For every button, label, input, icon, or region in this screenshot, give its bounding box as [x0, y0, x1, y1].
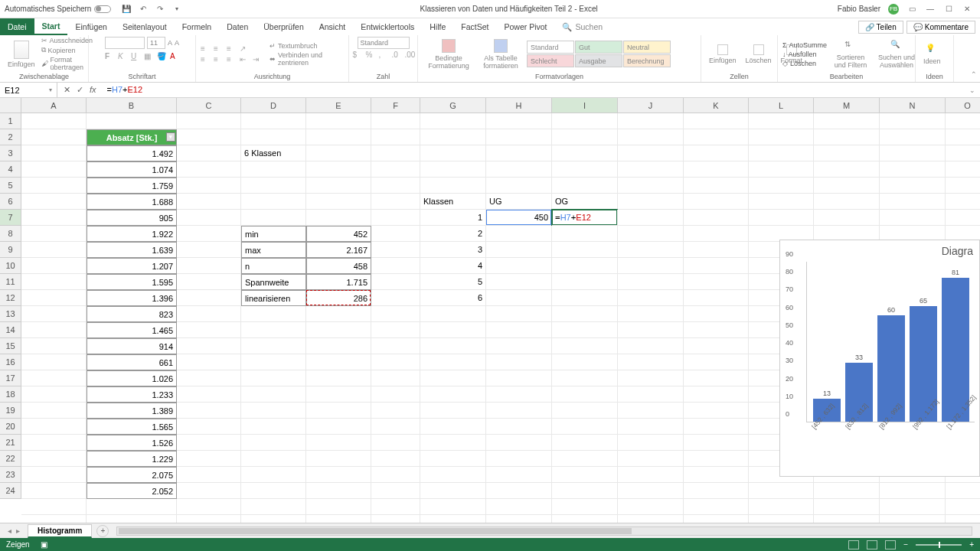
fill-color-icon[interactable]: 🪣 — [157, 52, 166, 61]
cell-D15[interactable] — [241, 338, 306, 354]
cell-C10[interactable] — [177, 258, 241, 274]
tab-hilfe[interactable]: Hilfe — [422, 18, 453, 35]
tab-ansicht[interactable]: Ansicht — [312, 18, 353, 35]
cell-K20[interactable] — [684, 419, 749, 435]
comma-icon[interactable]: , — [379, 51, 388, 60]
normal-view-icon[interactable] — [848, 540, 859, 549]
cell-L3[interactable] — [749, 145, 814, 161]
col-header-N[interactable]: N — [880, 98, 946, 113]
autosum-button[interactable]: ΣAutoSumme — [782, 41, 827, 49]
cell-B7[interactable]: 905 — [87, 210, 177, 226]
indent-inc-icon[interactable]: ⇥ — [253, 55, 262, 64]
row-header-9[interactable]: 9 — [0, 242, 21, 258]
cell-F25[interactable] — [371, 499, 420, 515]
cell-K9[interactable] — [684, 242, 749, 258]
collapse-ribbon-icon[interactable]: ⌃ — [971, 70, 977, 78]
cell-E2[interactable] — [306, 129, 371, 145]
cell-F9[interactable] — [371, 242, 420, 258]
cell-E20[interactable] — [306, 419, 371, 435]
style-gut[interactable]: Gut — [575, 41, 622, 54]
style-schlecht[interactable]: Schlecht — [527, 54, 574, 67]
tab-entwicklertools[interactable]: Entwicklertools — [353, 18, 422, 35]
cell-B22[interactable]: 1.229 — [87, 451, 177, 467]
cell-G9[interactable]: 3 — [420, 242, 486, 258]
qat-customize-icon[interactable]: ▾ — [172, 5, 181, 14]
cell-E1[interactable] — [306, 113, 371, 129]
cell-F19[interactable] — [371, 403, 420, 419]
cell-L4[interactable] — [749, 161, 814, 178]
cell-F24[interactable] — [371, 483, 420, 499]
cell-D18[interactable] — [241, 386, 306, 403]
horizontal-scrollbar[interactable] — [116, 527, 972, 536]
cell-A16[interactable] — [21, 354, 87, 370]
cell-O3[interactable] — [946, 145, 980, 161]
shrink-font-icon[interactable]: A — [175, 39, 179, 47]
cell-C21[interactable] — [177, 435, 241, 451]
cell-H15[interactable] — [486, 338, 552, 354]
cell-B17[interactable]: 1.026 — [87, 370, 177, 386]
row-header-8[interactable]: 8 — [0, 226, 21, 242]
cell-B11[interactable]: 1.595 — [87, 274, 177, 290]
cell-G18[interactable] — [420, 386, 486, 403]
formula-input[interactable]: =H7+E12 — [103, 85, 965, 95]
cell-G22[interactable] — [420, 451, 486, 467]
cell-H17[interactable] — [486, 370, 552, 386]
cell-styles-gallery[interactable]: Standard Gut Neutral Schlecht Ausgabe Be… — [527, 41, 671, 67]
cell-A7[interactable] — [21, 210, 87, 226]
currency-icon[interactable]: $ — [353, 51, 362, 60]
cell-K21[interactable] — [684, 435, 749, 451]
cell-I15[interactable] — [552, 338, 618, 354]
cell-E17[interactable] — [306, 370, 371, 386]
embedded-chart[interactable]: Diagra 01020304050607080901333606581 [45… — [779, 240, 980, 477]
cell-K7[interactable] — [684, 210, 749, 226]
cell-J3[interactable] — [618, 145, 684, 161]
cell-K25[interactable] — [684, 499, 749, 515]
cell-A6[interactable] — [21, 194, 87, 210]
cell-H7[interactable]: 450 — [486, 210, 552, 226]
cell-B20[interactable]: 1.565 — [87, 419, 177, 435]
cell-O24[interactable] — [946, 483, 980, 499]
cell-K17[interactable] — [684, 370, 749, 386]
cell-K3[interactable] — [684, 145, 749, 161]
expand-formula-bar-icon[interactable]: ⌄ — [965, 86, 980, 94]
cell-O25[interactable] — [946, 499, 980, 515]
font-color-icon[interactable]: A — [170, 52, 179, 61]
cell-G12[interactable]: 6 — [420, 290, 486, 306]
cell-C11[interactable] — [177, 274, 241, 290]
cell-I19[interactable] — [552, 403, 618, 419]
cell-N6[interactable] — [880, 194, 946, 210]
align-center-icon[interactable]: ≡ — [214, 55, 223, 64]
cell-G10[interactable]: 4 — [420, 258, 486, 274]
merge-center-button[interactable]: ⬌Verbinden und zentrieren — [270, 51, 344, 67]
cell-D23[interactable] — [241, 467, 306, 483]
cell-J6[interactable] — [618, 194, 684, 210]
cell-K19[interactable] — [684, 403, 749, 419]
cell-L7[interactable] — [749, 210, 814, 226]
col-header-K[interactable]: K — [684, 98, 749, 113]
cell-G21[interactable] — [420, 435, 486, 451]
cell-E25[interactable] — [306, 499, 371, 515]
maximize-icon[interactable]: ☐ — [943, 4, 954, 15]
font-family-combo[interactable] — [105, 37, 145, 49]
cell-J15[interactable] — [618, 338, 684, 354]
paste-button[interactable]: Einfügen — [5, 39, 38, 70]
col-header-H[interactable]: H — [486, 98, 552, 113]
cell-D24[interactable] — [241, 483, 306, 499]
cell-J2[interactable] — [618, 129, 684, 145]
cell-A10[interactable] — [21, 258, 87, 274]
cell-E21[interactable] — [306, 435, 371, 451]
cell-B16[interactable]: 661 — [87, 354, 177, 370]
cell-F11[interactable] — [371, 274, 420, 290]
cell-H12[interactable] — [486, 290, 552, 306]
cell-H10[interactable] — [486, 258, 552, 274]
cell-H21[interactable] — [486, 435, 552, 451]
align-mid-icon[interactable]: ≡ — [214, 44, 223, 54]
cell-I20[interactable] — [552, 419, 618, 435]
cell-E15[interactable] — [306, 338, 371, 354]
zoom-in-icon[interactable]: + — [969, 540, 974, 549]
cell-J7[interactable] — [618, 210, 684, 226]
cell-E24[interactable] — [306, 483, 371, 499]
sort-filter-button[interactable]: ⇅Sortieren und Filtern — [830, 38, 871, 70]
next-sheet-icon[interactable]: ▸ — [16, 527, 20, 535]
cell-C8[interactable] — [177, 226, 241, 242]
